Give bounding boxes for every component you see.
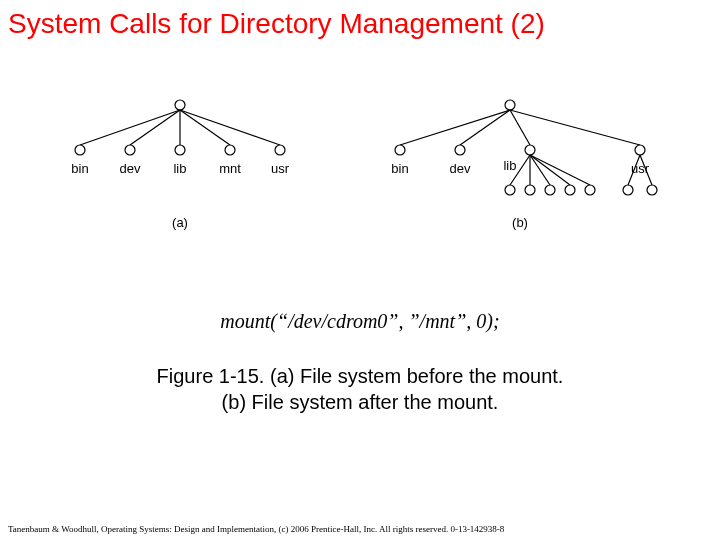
tree-b-label-0: bin xyxy=(391,161,408,176)
tree-a-label-0: bin xyxy=(71,161,88,176)
tree-b-label-1: dev xyxy=(450,161,471,176)
svg-point-10 xyxy=(275,145,285,155)
diagram-b-sublabel: (b) xyxy=(370,215,670,230)
tree-a-label-2: lib xyxy=(173,161,186,176)
svg-point-0 xyxy=(175,100,185,110)
svg-point-29 xyxy=(585,185,595,195)
svg-line-23 xyxy=(530,155,570,185)
tree-a-label-3: mnt xyxy=(219,161,241,176)
svg-point-11 xyxy=(505,100,515,110)
svg-point-17 xyxy=(455,145,465,155)
diagram-a-sublabel: (a) xyxy=(50,215,310,230)
tree-b-label-2: lib xyxy=(503,158,516,173)
svg-point-6 xyxy=(75,145,85,155)
svg-line-13 xyxy=(460,110,510,145)
figure-caption: Figure 1-15. (a) File system before the … xyxy=(0,363,720,415)
svg-point-32 xyxy=(623,185,633,195)
svg-point-33 xyxy=(647,185,657,195)
diagram-a: bin dev lib mnt usr (a) xyxy=(50,95,310,230)
svg-point-19 xyxy=(635,145,645,155)
svg-point-28 xyxy=(565,185,575,195)
diagram-row: bin dev lib mnt usr (a) bin dev lib u xyxy=(0,95,720,230)
diagram-b: bin dev lib usr (b) xyxy=(370,95,670,230)
caption-line-1: Figure 1-15. (a) File system before the … xyxy=(157,365,564,387)
svg-point-26 xyxy=(525,185,535,195)
svg-line-14 xyxy=(510,110,530,145)
page-title: System Calls for Directory Management (2… xyxy=(0,0,720,40)
svg-point-27 xyxy=(545,185,555,195)
svg-point-18 xyxy=(525,145,535,155)
copyright-footer: Tanenbaum & Woodhull, Operating Systems:… xyxy=(8,524,504,534)
svg-line-4 xyxy=(180,110,230,145)
caption-line-2: (b) File system after the mount. xyxy=(222,391,499,413)
svg-point-25 xyxy=(505,185,515,195)
tree-b-svg: bin dev lib usr xyxy=(370,95,670,215)
svg-line-2 xyxy=(130,110,180,145)
tree-a-svg: bin dev lib mnt usr xyxy=(50,95,310,185)
svg-point-8 xyxy=(175,145,185,155)
svg-line-1 xyxy=(80,110,180,145)
tree-a-label-1: dev xyxy=(120,161,141,176)
svg-line-5 xyxy=(180,110,280,145)
svg-line-15 xyxy=(510,110,640,145)
svg-point-9 xyxy=(225,145,235,155)
svg-line-24 xyxy=(530,155,590,185)
svg-point-7 xyxy=(125,145,135,155)
tree-a-label-4: usr xyxy=(271,161,290,176)
svg-point-16 xyxy=(395,145,405,155)
svg-line-12 xyxy=(400,110,510,145)
mount-code: mount(“/dev/cdrom0”, ”/mnt”, 0); xyxy=(0,310,720,333)
